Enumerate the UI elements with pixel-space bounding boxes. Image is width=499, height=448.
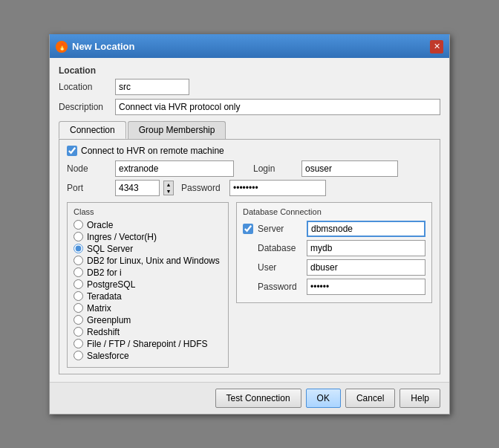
port-label: Port xyxy=(67,183,111,193)
dialog-body: Location Location Description Connection… xyxy=(50,58,449,382)
db-password-input[interactable] xyxy=(307,279,425,295)
db-group: Database Connection Server Database User xyxy=(236,202,432,303)
location-label: Location xyxy=(59,82,111,92)
server-checkbox-label: Server xyxy=(258,224,302,234)
radio-oracle: Oracle xyxy=(74,220,222,230)
radio-db2i-input[interactable] xyxy=(74,267,83,277)
user-row: User xyxy=(243,259,425,276)
radio-salesforce-label: Salesforce xyxy=(87,351,129,361)
two-col-section: Class Oracle Ingres / Vector(H) SQL Serv… xyxy=(67,199,432,368)
radio-ingres: Ingres / Vector(H) xyxy=(74,232,222,242)
node-field: Node xyxy=(67,160,246,177)
login-field: Login xyxy=(253,160,432,177)
close-icon: ✕ xyxy=(434,42,440,51)
new-location-dialog: 🔥 New Location ✕ Location Location Descr… xyxy=(49,34,450,415)
description-label: Description xyxy=(59,102,111,112)
class-group-title: Class xyxy=(74,207,222,216)
db-col: Database Connection Server Database User xyxy=(236,199,432,368)
spin-down[interactable]: ▼ xyxy=(164,188,173,195)
login-input[interactable] xyxy=(301,160,398,177)
tab-content-connection: Connect to HVR on remote machine Node Lo… xyxy=(59,140,440,374)
location-input[interactable] xyxy=(115,79,189,95)
tabs-row: Connection Group Membership xyxy=(59,121,440,140)
db-group-title: Database Connection xyxy=(243,207,425,216)
tab-connection[interactable]: Connection xyxy=(59,121,126,139)
password-label: Password xyxy=(181,183,226,193)
radio-ingres-input[interactable] xyxy=(74,232,83,241)
radio-fileftp-input[interactable] xyxy=(74,339,83,348)
radio-greenplum-label: Greenplum xyxy=(87,315,131,325)
tab-group-membership[interactable]: Group Membership xyxy=(128,121,226,139)
radio-greenplum: Greenplum xyxy=(74,315,222,325)
hvr-checkbox-label: Connect to HVR on remote machine xyxy=(81,146,224,156)
radio-sqlserver-input[interactable] xyxy=(74,244,83,253)
radio-redshift: Redshift xyxy=(74,327,222,337)
footer: Test Connection OK Cancel Help xyxy=(50,382,449,414)
node-input[interactable] xyxy=(115,160,234,177)
port-password-row: Port ▲ ▼ Password xyxy=(67,180,432,196)
radio-oracle-input[interactable] xyxy=(74,220,83,230)
radio-matrix: Matrix xyxy=(74,303,222,314)
db-password-row: Password xyxy=(243,279,425,295)
radio-sqlserver: SQL Server xyxy=(74,244,222,254)
dialog-title: New Location xyxy=(72,41,135,52)
spin-up[interactable]: ▲ xyxy=(164,181,173,188)
radio-postgresql-input[interactable] xyxy=(74,279,83,289)
radio-db2linux-label: DB2 for Linux, Unix and Windows xyxy=(87,256,220,266)
server-row: Server xyxy=(243,221,425,237)
radio-fileftp-label: File / FTP / Sharepoint / HDFS xyxy=(87,339,208,349)
radio-redshift-input[interactable] xyxy=(74,327,83,337)
server-checkbox[interactable] xyxy=(243,224,253,234)
port-input[interactable] xyxy=(115,180,160,196)
radio-postgresql: PostgreSQL xyxy=(74,279,222,290)
radio-db2linux-input[interactable] xyxy=(74,256,83,265)
ok-button[interactable]: OK xyxy=(306,389,341,408)
radio-ingres-label: Ingres / Vector(H) xyxy=(87,232,157,242)
app-icon: 🔥 xyxy=(56,41,68,53)
radio-teradata: Teradata xyxy=(74,291,222,302)
hvr-checkbox[interactable] xyxy=(67,146,77,156)
user-input[interactable] xyxy=(307,259,425,276)
title-bar: 🔥 New Location ✕ xyxy=(50,36,449,58)
radio-postgresql-label: PostgreSQL xyxy=(87,279,135,290)
server-input[interactable] xyxy=(307,221,425,237)
close-button[interactable]: ✕ xyxy=(430,40,443,53)
hvr-checkbox-row: Connect to HVR on remote machine xyxy=(67,146,432,156)
location-section: Location Location Description xyxy=(59,65,440,115)
login-label: Login xyxy=(253,163,298,174)
radio-matrix-input[interactable] xyxy=(74,303,83,313)
cancel-button[interactable]: Cancel xyxy=(345,389,395,408)
description-row: Description xyxy=(59,99,440,115)
node-label: Node xyxy=(67,163,111,174)
radio-db2i-label: DB2 for i xyxy=(87,267,122,278)
class-col: Class Oracle Ingres / Vector(H) SQL Serv… xyxy=(67,199,229,368)
node-login-row: Node Login xyxy=(67,160,432,177)
password-input[interactable] xyxy=(229,180,326,196)
title-bar-left: 🔥 New Location xyxy=(56,41,135,53)
help-button[interactable]: Help xyxy=(399,389,440,408)
password-field: Password xyxy=(181,180,432,196)
port-spinner[interactable]: ▲ ▼ xyxy=(163,181,174,195)
location-section-label: Location xyxy=(59,65,440,76)
radio-redshift-label: Redshift xyxy=(87,327,120,337)
radio-oracle-label: Oracle xyxy=(87,220,113,230)
radio-db2linux: DB2 for Linux, Unix and Windows xyxy=(74,256,222,266)
test-connection-button[interactable]: Test Connection xyxy=(215,389,301,408)
radio-matrix-label: Matrix xyxy=(87,303,111,314)
database-label: Database xyxy=(258,243,302,253)
radio-teradata-label: Teradata xyxy=(87,291,122,302)
database-row: Database xyxy=(243,240,425,256)
radio-salesforce: Salesforce xyxy=(74,351,222,361)
user-label: User xyxy=(258,262,302,273)
database-input[interactable] xyxy=(307,240,425,256)
class-group: Class Oracle Ingres / Vector(H) SQL Serv… xyxy=(67,202,229,368)
description-input[interactable] xyxy=(115,99,440,115)
radio-sqlserver-label: SQL Server xyxy=(87,244,133,254)
port-field: Port ▲ ▼ xyxy=(67,180,174,196)
radio-greenplum-input[interactable] xyxy=(74,315,83,325)
db-password-label: Password xyxy=(258,282,302,292)
radio-salesforce-input[interactable] xyxy=(74,351,83,360)
radio-teradata-input[interactable] xyxy=(74,291,83,301)
radio-db2i: DB2 for i xyxy=(74,267,222,278)
radio-fileftp: File / FTP / Sharepoint / HDFS xyxy=(74,339,222,349)
